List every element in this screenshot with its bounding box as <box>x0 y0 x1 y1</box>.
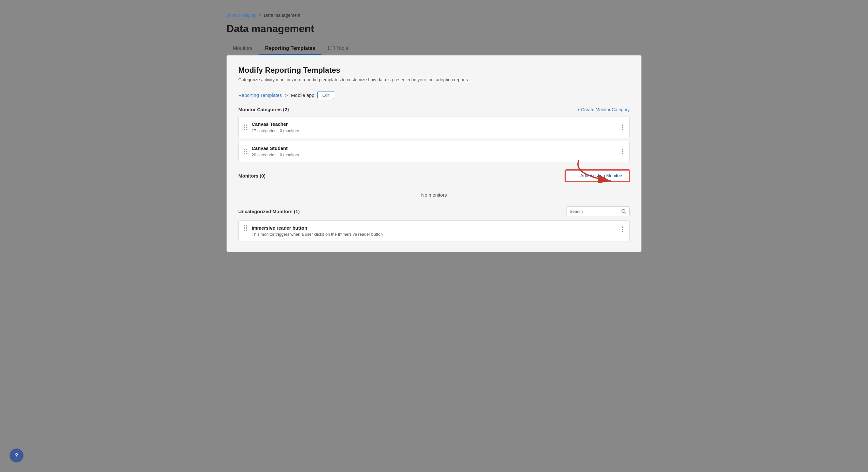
search-icon <box>621 209 626 214</box>
drag-handle[interactable] <box>244 149 247 154</box>
monitor-category-item: Canvas Student 20 categories | 0 monitor… <box>238 141 630 162</box>
three-dots-menu[interactable] <box>620 147 624 156</box>
tabs-bar: Monitors Reporting Templates LTI Tools <box>226 42 642 55</box>
monitor-categories-label: Monitor Categories (2) <box>238 107 289 112</box>
uncategorized-item: Immersive reader button This monitor tri… <box>238 220 630 242</box>
drag-handle[interactable] <box>244 225 247 231</box>
add-existing-monitors-label: + Add Existing Monitors <box>577 173 623 178</box>
breadcrumb-link[interactable]: Impact Insights <box>226 13 256 18</box>
svg-line-2 <box>625 212 626 214</box>
monitors-label: Monitors (0) <box>238 173 266 179</box>
breadcrumb: Impact Insights > Data management <box>226 13 642 18</box>
monitor-info: Canvas Teacher 17 categories | 0 monitor… <box>252 121 299 133</box>
uncategorized-header: Uncategorized Monitors (1) <box>238 207 630 216</box>
tab-reporting-templates[interactable]: Reporting Templates <box>259 42 321 55</box>
breadcrumb-separator: > <box>259 13 261 18</box>
monitor-info: Canvas Student 20 categories | 0 monitor… <box>252 146 299 158</box>
monitor-item-left: Canvas Student 20 categories | 0 monitor… <box>244 146 299 158</box>
no-monitors-text: No monitors <box>238 186 630 204</box>
search-input[interactable] <box>570 209 619 214</box>
uncategorized-info: Immersive reader button This monitor tri… <box>252 225 383 237</box>
monitor-name: Canvas Teacher <box>252 121 299 127</box>
uncategorized-label: Uncategorized Monitors (1) <box>238 209 300 214</box>
template-breadcrumb-current: Mobile app <box>291 92 314 98</box>
three-dots-menu[interactable] <box>620 225 624 233</box>
help-button[interactable]: ? <box>9 448 24 463</box>
add-existing-monitors-button[interactable]: + + Add Existing Monitors <box>565 170 630 181</box>
three-dots-menu[interactable] <box>620 123 624 131</box>
uncategorized-item-desc: This monitor triggers when a user clicks… <box>252 232 383 237</box>
help-icon: ? <box>15 452 19 459</box>
drag-handle[interactable] <box>244 125 247 130</box>
plus-icon: + <box>571 173 574 178</box>
monitors-section: Monitors (0) + + Add Existing Monitors <box>238 170 630 204</box>
edit-button[interactable]: Edit <box>317 91 334 99</box>
page-title: Data management <box>226 23 642 35</box>
breadcrumb-current: Data management <box>264 13 300 18</box>
uncategorized-item-name: Immersive reader button <box>252 225 383 230</box>
uncategorized-section: Uncategorized Monitors (1) <box>238 207 630 242</box>
monitor-item-left: Canvas Teacher 17 categories | 0 monitor… <box>244 121 299 133</box>
tab-monitors[interactable]: Monitors <box>226 42 259 55</box>
monitor-category-item: Canvas Teacher 17 categories | 0 monitor… <box>238 117 630 138</box>
monitor-meta: 20 categories | 0 monitors <box>252 153 299 157</box>
section-desc: Categorize activity monitors into report… <box>238 77 630 82</box>
template-breadcrumb: Reporting Templates > Mobile app Edit <box>238 91 630 99</box>
monitor-meta: 17 categories | 0 monitors <box>252 128 299 133</box>
tab-lti-tools[interactable]: LTI Tools <box>321 42 354 55</box>
uncategorized-item-left: Immersive reader button This monitor tri… <box>244 225 383 237</box>
search-box[interactable] <box>566 207 630 216</box>
monitor-categories-list: Canvas Teacher 17 categories | 0 monitor… <box>238 117 630 162</box>
section-title: Modify Reporting Templates <box>238 66 630 75</box>
monitor-name: Canvas Student <box>252 146 299 151</box>
create-monitor-category-link[interactable]: + Create Monitor Category <box>577 107 630 112</box>
content-card: Modify Reporting Templates Categorize ac… <box>226 55 642 252</box>
monitors-header: Monitors (0) + + Add Existing Monitors <box>238 170 630 181</box>
template-breadcrumb-link[interactable]: Reporting Templates <box>238 92 282 98</box>
template-breadcrumb-sep: > <box>285 92 288 98</box>
monitor-categories-header: Monitor Categories (2) + Create Monitor … <box>238 107 630 112</box>
